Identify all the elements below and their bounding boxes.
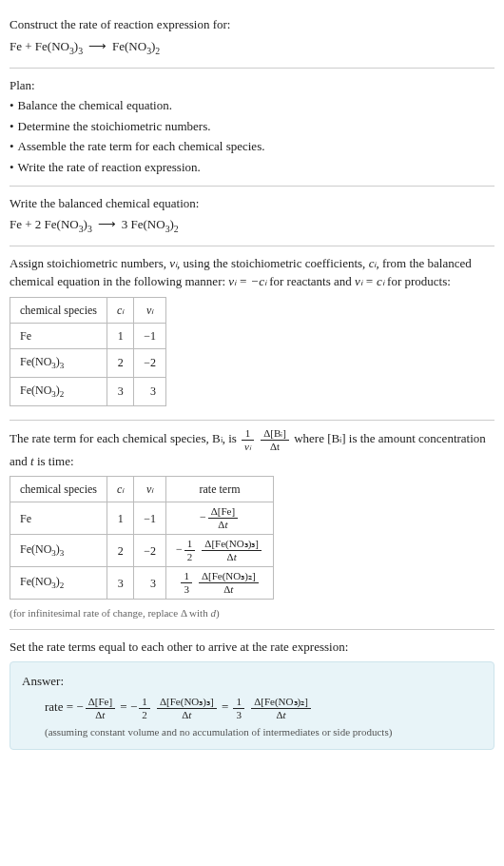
cell-nui: −1 [134, 323, 166, 348]
col-ci: cᵢ [107, 477, 133, 502]
cell-species: Fe [10, 323, 107, 348]
col-rate: rate term [166, 477, 274, 502]
final-heading: Set the rate terms equal to each other t… [10, 638, 494, 657]
fraction: Δ[Bᵢ]Δt [261, 428, 289, 452]
cell-ci: 3 [107, 377, 133, 405]
cell-ci: 1 [107, 502, 133, 535]
rateterm-table: chemical species cᵢ νᵢ rate term Fe 1 −1… [10, 476, 274, 600]
rateterm-footnote: (for infinitesimal rate of change, repla… [10, 605, 494, 621]
table-row: Fe 1 −1 −Δ[Fe]Δt [10, 502, 274, 535]
table-row: chemical species cᵢ νᵢ rate term [10, 477, 274, 502]
intro-heading: Construct the rate of reaction expressio… [10, 15, 494, 34]
assumption-note: (assuming constant volume and no accumul… [22, 724, 482, 740]
rate-expression: rate = −Δ[Fe]Δt = −12 Δ[Fe(NO₃)₃]Δt = 13… [22, 697, 482, 720]
stoich-table: chemical species cᵢ νᵢ Fe 1 −1 Fe(NO3)3 … [10, 297, 166, 406]
plan-section: Plan: •Balance the chemical equation. •D… [10, 69, 494, 187]
fraction: Δ[Fe]Δt [86, 697, 115, 720]
answer-label: Answer: [22, 672, 482, 691]
col-nui: νᵢ [134, 477, 166, 502]
plan-heading: Plan: [10, 76, 494, 95]
table-row: chemical species cᵢ νᵢ [10, 297, 166, 323]
cell-species: Fe(NO3)2 [10, 567, 107, 600]
balanced-equation: Fe + 2 Fe(NO3)3⟶3 Fe(NO3)2 [10, 215, 494, 236]
cell-nui: −2 [134, 348, 166, 377]
fraction: 13 [181, 571, 192, 595]
bullet-icon: • [10, 119, 18, 133]
stoich-section: Assign stoichiometric numbers, νᵢ, using… [10, 246, 494, 421]
arrow-icon: ⟶ [92, 215, 122, 234]
fraction: Δ[Fe(NO₃)₃]Δt [202, 539, 262, 562]
plan-list: •Balance the chemical equation. •Determi… [10, 96, 494, 176]
plan-item: •Determine the stoichiometric numbers. [10, 117, 494, 136]
cell-ci: 3 [107, 567, 133, 600]
table-row: Fe(NO3)2 3 3 13 Δ[Fe(NO₃)₂]Δt [10, 567, 274, 600]
bullet-icon: • [10, 139, 18, 153]
cell-species: Fe [10, 502, 107, 535]
cell-ci: 2 [107, 535, 133, 567]
col-species: chemical species [10, 477, 107, 502]
final-section: Set the rate terms equal to each other t… [10, 630, 494, 758]
cell-nui: −2 [134, 535, 166, 567]
intro-section: Construct the rate of reaction expressio… [10, 8, 494, 69]
bullet-icon: • [10, 98, 18, 112]
cell-rate: −12 Δ[Fe(NO₃)₃]Δt [166, 535, 274, 567]
col-nui: νᵢ [134, 297, 166, 323]
plan-item: •Balance the chemical equation. [10, 96, 494, 115]
plan-item: •Write the rate of reaction expression. [10, 158, 494, 177]
table-row: Fe 1 −1 [10, 323, 166, 348]
cell-species: Fe(NO3)3 [10, 535, 107, 567]
fraction: Δ[Fe(NO₃)₃]Δt [157, 697, 217, 720]
answer-box: Answer: rate = −Δ[Fe]Δt = −12 Δ[Fe(NO₃)₃… [10, 661, 494, 750]
table-row: Fe(NO3)3 2 −2 [10, 348, 166, 377]
fraction: 1νᵢ [242, 428, 254, 452]
arrow-icon: ⟶ [83, 37, 112, 56]
bullet-icon: • [10, 160, 18, 174]
fraction: 12 [139, 697, 150, 720]
cell-ci: 1 [107, 323, 133, 348]
unbalanced-equation: Fe + Fe(NO3)3⟶Fe(NO3)2 [10, 37, 494, 58]
cell-species: Fe(NO3)3 [10, 348, 107, 377]
plan-item: •Assemble the rate term for each chemica… [10, 137, 494, 156]
cell-nui: −1 [134, 502, 166, 535]
cell-species: Fe(NO3)2 [10, 377, 107, 405]
rateterm-section: The rate term for each chemical species,… [10, 421, 494, 630]
table-row: Fe(NO3)2 3 3 [10, 377, 166, 405]
table-row: Fe(NO3)3 2 −2 −12 Δ[Fe(NO₃)₃]Δt [10, 535, 274, 567]
balanced-section: Write the balanced chemical equation: Fe… [10, 187, 494, 246]
cell-nui: 3 [134, 377, 166, 405]
fraction: 13 [233, 697, 244, 720]
col-species: chemical species [10, 297, 107, 323]
col-ci: cᵢ [107, 297, 133, 323]
cell-ci: 2 [107, 348, 133, 377]
cell-rate: −Δ[Fe]Δt [166, 502, 274, 535]
stoich-intro: Assign stoichiometric numbers, νᵢ, using… [10, 254, 494, 291]
fraction: Δ[Fe(NO₃)₂]Δt [199, 571, 259, 595]
fraction: Δ[Fe(NO₃)₂]Δt [251, 697, 311, 720]
fraction: 12 [184, 539, 196, 562]
balanced-heading: Write the balanced chemical equation: [10, 194, 494, 213]
cell-rate: 13 Δ[Fe(NO₃)₂]Δt [166, 567, 274, 600]
rateterm-intro: The rate term for each chemical species,… [10, 428, 494, 471]
cell-nui: 3 [134, 567, 166, 600]
fraction: Δ[Fe]Δt [208, 506, 238, 530]
